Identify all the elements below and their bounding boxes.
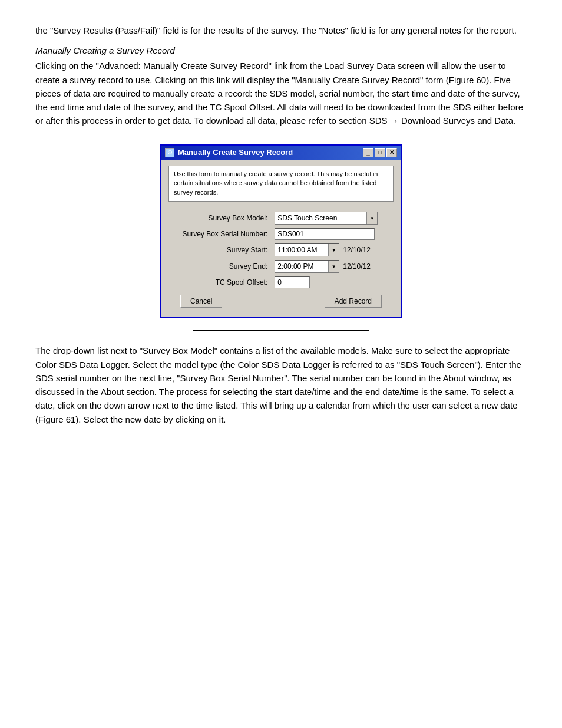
survey-box-model-input-cell: SDS Touch Screen ▼ [272, 210, 394, 226]
end-time-dropdown-arrow-icon: ▼ [332, 264, 336, 269]
divider [35, 330, 527, 331]
survey-end-time-select[interactable]: 2:00:00 PM ▼ [275, 260, 339, 273]
survey-end-date: 12/10/12 [343, 262, 371, 271]
survey-box-serial-label: Survey Box Serial Number: [168, 226, 272, 242]
survey-box-serial-row: Survey Box Serial Number: [168, 226, 394, 242]
dialog-app-icon: ⊙ [165, 148, 174, 157]
horizontal-rule [193, 330, 369, 331]
survey-start-input-cell: 11:00:00 AM ▼ 12/10/12 [272, 242, 394, 258]
form-table: Survey Box Model: SDS Touch Screen ▼ Sur… [168, 210, 394, 290]
survey-start-label: Survey Start: [168, 242, 272, 258]
survey-box-serial-input-cell [272, 226, 394, 242]
section-body: Clicking on the "Advanced: Manually Crea… [35, 59, 527, 127]
dialog-wrapper: ⊙ Manually Create Survey Record _ □ ✕ Us… [35, 144, 527, 319]
minimize-button[interactable]: _ [363, 148, 373, 157]
survey-box-model-value: SDS Touch Screen [275, 214, 339, 222]
survey-box-model-row: Survey Box Model: SDS Touch Screen ▼ [168, 210, 394, 226]
survey-start-time-value: 11:00:00 AM [275, 246, 319, 254]
cancel-button[interactable]: Cancel [180, 295, 222, 308]
section-title: Manually Creating a Survey Record [35, 45, 527, 55]
tc-spool-input[interactable] [275, 276, 310, 288]
intro-paragraph: the "Survey Results (Pass/Fail)" field i… [35, 24, 527, 37]
manually-create-survey-dialog: ⊙ Manually Create Survey Record _ □ ✕ Us… [160, 144, 402, 319]
survey-end-time-arrow[interactable]: ▼ [328, 261, 339, 272]
restore-button[interactable]: □ [375, 148, 385, 157]
dialog-body: Use this form to manually create a surve… [161, 160, 401, 318]
outro-paragraph: The drop-down list next to "Survey Box M… [35, 344, 527, 426]
survey-box-model-dropdown-arrow[interactable]: ▼ [366, 212, 377, 224]
dialog-title: Manually Create Survey Record [178, 148, 293, 157]
dialog-description: Use this form to manually create a surve… [168, 166, 394, 202]
survey-end-time-value: 2:00:00 PM [275, 262, 316, 271]
time-dropdown-arrow-icon: ▼ [332, 248, 336, 253]
tc-spool-label: TC Spool Offset: [168, 275, 272, 290]
survey-box-model-label: Survey Box Model: [168, 210, 272, 226]
survey-box-model-select[interactable]: SDS Touch Screen ▼ [275, 212, 378, 225]
survey-start-time-select[interactable]: 11:00:00 AM ▼ [275, 243, 339, 256]
survey-end-input-cell: 2:00:00 PM ▼ 12/10/12 [272, 258, 394, 275]
tc-spool-row: TC Spool Offset: [168, 275, 394, 290]
survey-start-date: 12/10/12 [343, 246, 371, 254]
tc-spool-input-cell [272, 275, 394, 290]
dialog-window-controls: _ □ ✕ [363, 148, 397, 157]
survey-end-row: Survey End: 2:00:00 PM ▼ 12/10/12 [168, 258, 394, 275]
add-record-button[interactable]: Add Record [325, 295, 382, 308]
survey-box-serial-input[interactable] [275, 228, 375, 240]
survey-start-datetime: 11:00:00 AM ▼ 12/10/12 [275, 243, 391, 256]
survey-start-row: Survey Start: 11:00:00 AM ▼ 12/10/12 [168, 242, 394, 258]
survey-end-label: Survey End: [168, 258, 272, 275]
dropdown-arrow-icon: ▼ [370, 216, 375, 221]
survey-end-datetime: 2:00:00 PM ▼ 12/10/12 [275, 260, 391, 273]
survey-start-time-arrow[interactable]: ▼ [328, 244, 339, 256]
arrow-symbol: → [390, 116, 401, 126]
titlebar-left: ⊙ Manually Create Survey Record [165, 148, 293, 157]
dialog-titlebar: ⊙ Manually Create Survey Record _ □ ✕ [161, 146, 401, 160]
close-button[interactable]: ✕ [386, 148, 397, 157]
dialog-footer: Cancel Add Record [168, 290, 394, 310]
